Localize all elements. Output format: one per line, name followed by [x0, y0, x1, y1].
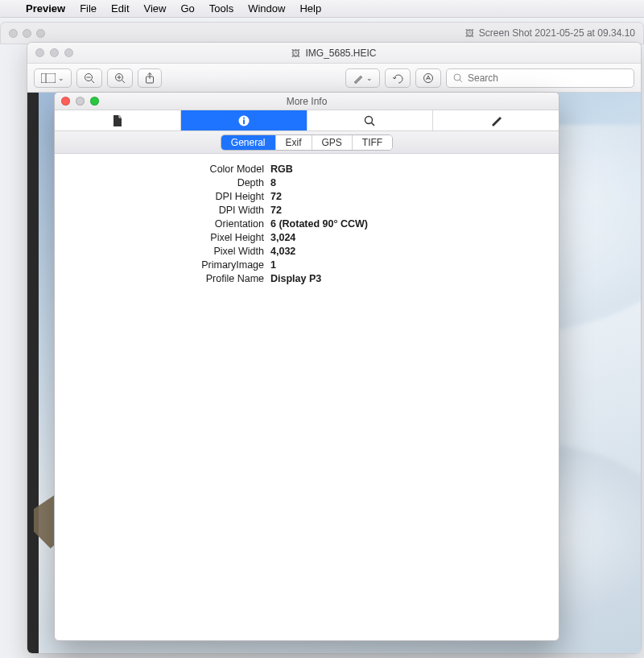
menu-tools[interactable]: Tools [209, 2, 233, 14]
inspector-min-icon[interactable] [76, 97, 85, 106]
chevron-down-icon: ⌄ [366, 74, 373, 82]
traffic-light-close-icon[interactable] [35, 48, 44, 57]
property-value: 4,032 [270, 246, 295, 257]
subtab-tiff[interactable]: TIFF [353, 135, 392, 150]
info-icon [238, 115, 250, 126]
zoom-in-icon [114, 72, 126, 84]
subtab-general[interactable]: General [221, 135, 276, 150]
properties-list: Color ModelRGB Depth8 DPI Height72 DPI W… [55, 154, 559, 285]
inspector-window: More Info General Exif GPS TIFF Color Mo… [54, 92, 559, 641]
property-value: Display P3 [270, 273, 321, 284]
property-value: 72 [270, 205, 282, 216]
zoom-out-icon [84, 72, 95, 84]
traffic-light-zoom-icon[interactable] [64, 48, 73, 57]
property-row: DPI Width72 [55, 203, 559, 217]
toolbar-search-field[interactable] [446, 68, 634, 88]
property-label: Color Model [55, 163, 270, 175]
share-button[interactable] [138, 68, 162, 88]
menu-view[interactable]: View [144, 2, 167, 14]
image-file-icon: 🖼 [465, 28, 474, 38]
search-icon [364, 115, 375, 126]
highlight-button[interactable]: ⌄ [345, 68, 380, 88]
property-label: Depth [55, 177, 270, 188]
property-row: Orientation6 (Rotated 90° CCW) [55, 217, 559, 230]
svg-rect-0 [41, 73, 56, 83]
markup-icon [423, 72, 434, 84]
sidebar-toggle-button[interactable]: ⌄ [34, 68, 72, 88]
property-label: Orientation [55, 218, 270, 230]
property-value: 3,024 [270, 232, 295, 243]
document-title: IMG_5685.HEIC [305, 48, 376, 59]
document-titlebar: 🖼 IMG_5685.HEIC [27, 43, 641, 64]
property-row: Color ModelRGB [55, 162, 559, 176]
rotate-icon [392, 72, 403, 84]
inspector-tab-info[interactable] [181, 110, 308, 130]
bg-traffic-light-min-icon[interactable] [23, 29, 31, 38]
property-value: RGB [270, 163, 293, 175]
inspector-icon-tabs [55, 110, 559, 131]
background-window-title: Screen Shot 2021-05-25 at 09.34.10 [479, 27, 635, 39]
search-icon [453, 73, 463, 83]
property-value: 8 [270, 177, 276, 188]
property-value: 1 [270, 259, 276, 271]
svg-rect-16 [243, 119, 245, 124]
inspector-title: More Info [287, 96, 328, 107]
document-icon [113, 115, 122, 126]
heic-file-icon: 🖼 [291, 48, 300, 58]
share-icon [145, 72, 155, 84]
inspector-zoom-icon[interactable] [90, 97, 99, 106]
bg-traffic-light-zoom-icon[interactable] [36, 29, 45, 38]
menu-window[interactable]: Window [248, 2, 285, 14]
inspector-tab-search[interactable] [308, 110, 434, 130]
menu-edit[interactable]: Edit [111, 2, 129, 14]
sidebar-icon [41, 73, 56, 83]
inspector-sub-tabs: General Exif GPS TIFF [55, 131, 559, 154]
property-label: DPI Width [55, 205, 270, 216]
svg-line-6 [122, 80, 126, 83]
menu-go[interactable]: Go [180, 2, 194, 14]
property-value: 6 (Rotated 90° CCW) [270, 218, 368, 230]
svg-line-18 [372, 122, 375, 126]
markup-button[interactable] [415, 68, 441, 88]
svg-point-15 [243, 117, 245, 118]
svg-point-12 [454, 74, 460, 81]
subtab-exif[interactable]: Exif [276, 135, 312, 150]
preview-toolbar: ⌄ ⌄ [27, 64, 641, 93]
property-label: Pixel Height [55, 232, 270, 243]
property-row: Pixel Width4,032 [55, 244, 559, 258]
property-row: DPI Height72 [55, 189, 559, 203]
pencil-icon [490, 115, 502, 126]
property-row: Depth8 [55, 176, 559, 189]
inspector-tab-document[interactable] [55, 110, 181, 130]
chevron-down-icon: ⌄ [58, 74, 64, 82]
property-label: Pixel Width [55, 246, 270, 257]
menu-file[interactable]: File [80, 2, 97, 14]
background-window-titlebar: 🖼 Screen Shot 2021-05-25 at 09.34.10 [0, 22, 644, 44]
app-menu[interactable]: Preview [26, 2, 65, 14]
property-row: Profile NameDisplay P3 [55, 271, 559, 285]
system-menubar: Preview File Edit View Go Tools Window H… [0, 0, 644, 18]
bg-traffic-light-close-icon[interactable] [9, 29, 18, 38]
zoom-in-button[interactable] [107, 68, 133, 88]
property-label: PrimaryImage [55, 259, 270, 271]
rotate-button[interactable] [385, 68, 411, 88]
traffic-light-min-icon[interactable] [50, 48, 59, 57]
zoom-out-button[interactable] [76, 68, 102, 88]
svg-point-17 [365, 116, 373, 123]
subtab-gps[interactable]: GPS [312, 135, 353, 150]
property-label: DPI Height [55, 191, 270, 202]
property-label: Profile Name [55, 273, 270, 284]
highlighter-icon [353, 72, 364, 84]
inspector-titlebar[interactable]: More Info [55, 93, 559, 110]
search-input[interactable] [468, 72, 627, 84]
menu-help[interactable]: Help [299, 2, 321, 14]
svg-line-3 [92, 80, 95, 83]
property-row: Pixel Height3,024 [55, 230, 559, 244]
property-value: 72 [270, 191, 282, 202]
inspector-tab-annotate[interactable] [433, 110, 559, 130]
inspector-close-icon[interactable] [61, 97, 70, 106]
property-row: PrimaryImage1 [55, 258, 559, 271]
svg-line-13 [460, 80, 462, 82]
